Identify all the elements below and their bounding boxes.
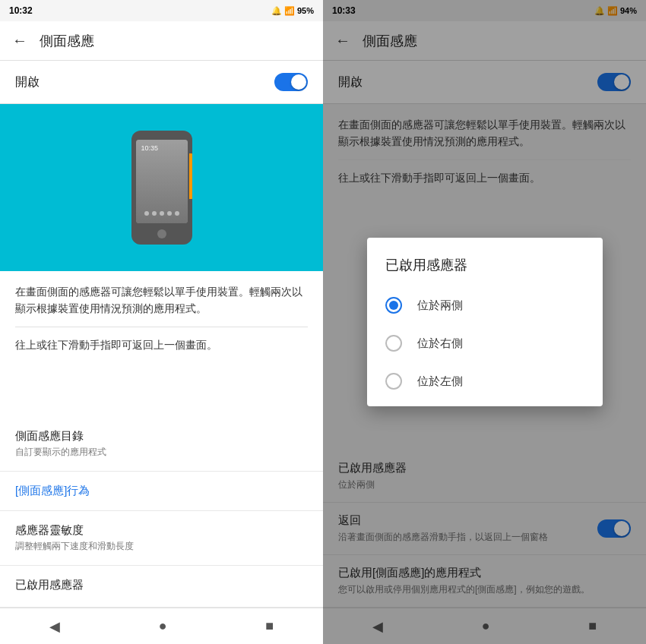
phone-dots [144, 211, 179, 216]
left-separator1 [15, 327, 308, 327]
phone-dot-4 [167, 211, 172, 216]
left-menu-item-link[interactable]: [側面感應]行為 [0, 472, 323, 511]
phone-side-bar [189, 153, 192, 199]
left-toggle-switch[interactable] [274, 73, 308, 91]
phone-screen: 10:35 [136, 140, 188, 223]
left-menu-item-1-sub: 自訂要顯示的應用程式 [15, 446, 308, 459]
left-nav-back[interactable]: ◀ [49, 618, 60, 635]
left-menu-item-1[interactable]: 側面感應目錄 自訂要顯示的應用程式 [0, 417, 323, 472]
dialog-box: 已啟用感應器 位於兩側 位於右側 位於左側 [367, 238, 603, 406]
left-back-button[interactable]: ← [12, 32, 27, 49]
dialog-overlay[interactable]: 已啟用感應器 位於兩側 位於右側 位於左側 [323, 0, 646, 644]
left-content-area: 在畫面側面的感應器可讓您輕鬆以單手使用裝置。輕觸兩次以顯示根據裝置使用情況預測的… [0, 271, 323, 417]
radio-label-1: 位於兩側 [417, 298, 463, 313]
left-nav-recent[interactable]: ■ [265, 618, 274, 634]
phone-time: 10:35 [139, 144, 159, 152]
dialog-title: 已啟用感應器 [367, 256, 603, 286]
phone-dot-2 [152, 211, 157, 216]
left-menu-item-3[interactable]: 已啟用感應器 [0, 566, 323, 608]
left-status-icons: 🔔 📶 95% [271, 6, 314, 16]
radio-circle-2 [385, 335, 402, 352]
phone-home-button [157, 229, 166, 238]
left-menu-item-1-title: 側面感應目錄 [15, 429, 308, 444]
radio-option-2[interactable]: 位於右側 [367, 324, 603, 362]
left-image-area: 10:35 [0, 104, 323, 271]
left-menu-item-2-sub: 調整輕觸兩下速度和滑動長度 [15, 540, 308, 553]
radio-option-1[interactable]: 位於兩側 [367, 286, 603, 324]
left-status-bar: 10:32 🔔 📶 95% [0, 0, 323, 21]
phone-illustration: 10:35 [128, 127, 196, 248]
radio-option-3[interactable]: 位於左側 [367, 362, 603, 400]
radio-label-2: 位於右側 [417, 336, 463, 351]
phone-screen-inner: 10:35 [136, 140, 188, 223]
left-nav-home[interactable]: ● [159, 618, 167, 634]
left-top-bar: ← 側面感應 [0, 21, 323, 61]
wifi-icon: 📶 [284, 6, 295, 16]
right-panel: 10:33 🔔 📶 94% ← 側面感應 開啟 在畫面側面的感應器可讓您輕鬆以單… [323, 0, 646, 644]
left-toggle-section: 開啟 [0, 61, 323, 104]
battery-text: 95% [297, 6, 314, 15]
radio-circle-3 [385, 373, 402, 390]
left-time: 10:32 [9, 5, 33, 16]
left-panel: 10:32 🔔 📶 95% ← 側面感應 開啟 10:35 [0, 0, 323, 644]
left-toggle-label: 開啟 [15, 74, 40, 90]
left-menu-item-2-title: 感應器靈敏度 [15, 523, 308, 538]
left-page-title: 側面感應 [40, 32, 94, 50]
radio-circle-1 [385, 297, 402, 314]
left-description1: 在畫面側面的感應器可讓您輕鬆以單手使用裝置。輕觸兩次以顯示根據裝置使用情況預測的… [15, 283, 308, 317]
notification-icon: 🔔 [271, 6, 282, 16]
left-bottom-nav: ◀ ● ■ [0, 608, 323, 644]
phone-dot-3 [160, 211, 164, 216]
left-description2: 往上或往下滑動手指即可返回上一個畫面。 [15, 336, 308, 353]
left-menu-item-3-title: 已啟用感應器 [15, 578, 308, 592]
left-menu-link-text[interactable]: [側面感應]行為 [15, 484, 90, 497]
left-menu-item-2[interactable]: 感應器靈敏度 調整輕觸兩下速度和滑動長度 [0, 511, 323, 566]
left-menu-items: 側面感應目錄 自訂要顯示的應用程式 [側面感應]行為 感應器靈敏度 調整輕觸兩下… [0, 417, 323, 608]
radio-label-3: 位於左側 [417, 374, 463, 389]
phone-dot-1 [144, 211, 149, 216]
phone-dot-5 [175, 211, 179, 216]
phone-body: 10:35 [131, 131, 192, 245]
